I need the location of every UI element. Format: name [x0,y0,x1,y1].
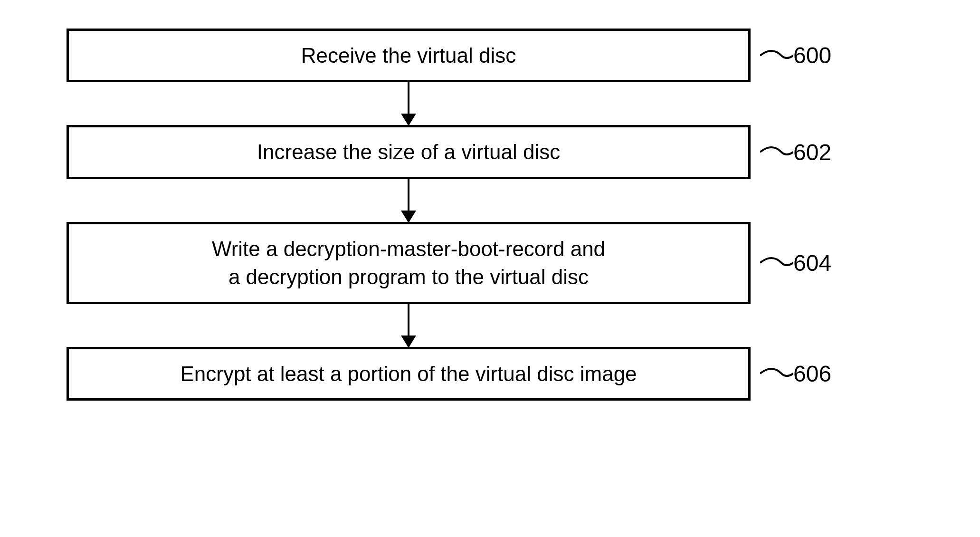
flow-step-3-label: 606 [793,361,831,387]
flow-step-3-ref: 606 [793,361,831,386]
flow-step-1-label: 602 [793,139,831,165]
flow-step-1-ref: 602 [793,140,831,165]
flow-step-0-label: 600 [793,42,831,68]
flow-step-2-row: Write a decryption-master-boot-record an… [67,222,912,304]
flow-step-0-box: Receive the virtual disc [67,29,751,82]
flow-step-0-row: Receive the virtual disc 600 [67,29,912,82]
flow-step-0-ref: 600 [793,43,831,68]
flow-step-2-label: 604 [793,250,831,276]
connector-swoosh-icon [760,364,793,383]
flow-step-1-box: Increase the size of a virtual disc [67,125,751,179]
flow-step-3-row: Encrypt at least a portion of the virtua… [67,347,912,401]
flow-step-2-ref: 604 [793,250,831,276]
flow-step-0-text: Receive the virtual disc [301,41,516,69]
arrow-0 [67,82,751,125]
connector-swoosh-icon [760,253,793,272]
flowchart: Receive the virtual disc 600 Increase th… [67,29,912,401]
arrow-2 [67,304,751,347]
arrow-1 [67,179,751,222]
connector-swoosh-icon [760,46,793,65]
flow-step-2-box: Write a decryption-master-boot-record an… [67,222,751,304]
connector-swoosh-icon [760,143,793,162]
flow-step-2-text: Write a decryption-master-boot-record an… [212,235,605,291]
flow-step-1-text: Increase the size of a virtual disc [257,138,560,166]
flow-step-1-row: Increase the size of a virtual disc 602 [67,125,912,179]
flow-step-3-box: Encrypt at least a portion of the virtua… [67,347,751,401]
flow-step-3-text: Encrypt at least a portion of the virtua… [180,360,637,388]
